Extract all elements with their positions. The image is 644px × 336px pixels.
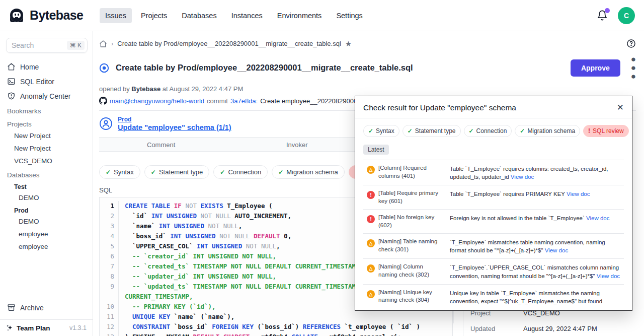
sidebar-item-anomaly-center[interactable]: Anomaly Center	[0, 89, 93, 103]
sidebar-item-sql-editor[interactable]: SQL Editor	[0, 74, 93, 89]
warning-icon: △	[367, 290, 375, 298]
view-doc-link[interactable]: View doc	[511, 174, 534, 180]
latest-tab[interactable]: Latest	[363, 145, 389, 155]
code-text: `id` INT UNSIGNED NOT NULL AUTO_INCREMEN…	[119, 211, 291, 221]
code-text: `name` INT UNSIGNED NOT NULL,	[119, 221, 242, 231]
sidebar-db-item[interactable]: employee	[0, 228, 93, 240]
sidebar-section-bookmarks[interactable]: Bookmarks	[0, 103, 93, 116]
home-icon[interactable]	[99, 40, 107, 48]
notification-badge	[605, 8, 610, 13]
help-button[interactable]	[626, 39, 636, 48]
check-pill-syntax[interactable]: ✓Syntax	[363, 125, 399, 137]
code-text: -- `creator_id` INT UNSIGNED NOT NULL,	[119, 251, 276, 261]
rule-description: `T_Employee` mismatches table naming con…	[443, 238, 624, 254]
check-icon: ✓	[151, 169, 156, 176]
rule-description: Foreign key is not allowed in the table …	[443, 214, 624, 229]
check-pill-label: Connection	[476, 127, 507, 135]
bytebase-app: Bytebase Issues Projects Databases Insta…	[0, 0, 644, 336]
updated-label: Updated	[470, 325, 523, 332]
check-pill-migration-schema[interactable]: ✓Migration schema	[272, 165, 345, 179]
view-doc-link[interactable]: View doc	[545, 247, 568, 253]
line-number: 5	[100, 241, 119, 251]
check-result-row: ![Table] No foreign key (602)Foreign key…	[363, 210, 624, 234]
sidebar-project-item[interactable]: VCS_DEMO	[0, 155, 93, 167]
view-doc-link[interactable]: View doc	[567, 191, 590, 197]
code-text: CURRENT_TIMESTAMP,	[119, 292, 193, 302]
code-line: 13) ENGINE = MYISAM DEFAULT CHARSET = ut…	[100, 332, 452, 336]
sidebar-db-item[interactable]: employee	[0, 240, 93, 253]
check-result-row: △[Naming] Table naming check (301)`T_Emp…	[363, 234, 624, 259]
nav-settings[interactable]: Settings	[331, 8, 368, 23]
approve-button[interactable]: Approve	[571, 59, 620, 77]
line-number: 13	[100, 332, 119, 336]
nav-databases[interactable]: Databases	[176, 8, 222, 23]
sidebar-project-item[interactable]: New Project	[0, 142, 93, 155]
line-number: 2	[100, 211, 119, 221]
sidebar-item-label: Archive	[20, 304, 44, 312]
modal-check-pills: ✓Syntax✓Statement type✓Connection✓Migrat…	[363, 125, 624, 137]
line-number: 4	[100, 231, 119, 241]
check-pill-syntax[interactable]: ✓Syntax	[99, 165, 140, 179]
notification-bell-icon[interactable]	[597, 10, 608, 22]
check-pill-migration-schema[interactable]: ✓Migration schema	[515, 125, 580, 137]
check-pill-connection[interactable]: ✓Connection	[464, 125, 512, 137]
check-pill-label: Connection	[228, 168, 261, 176]
line-number: 8	[100, 272, 119, 282]
rule-description: Table `T_Employee` requires columns: cre…	[443, 164, 624, 181]
stage-task-link[interactable]: Update "employee" schema (1/1)	[118, 123, 231, 131]
sidebar-item-archive[interactable]: Archive	[0, 300, 93, 315]
rule-name: [Table] Require primary key (601)	[378, 189, 443, 205]
kebab-menu-icon[interactable]: ●●●	[631, 55, 636, 81]
nav-instances[interactable]: Instances	[226, 8, 268, 23]
warning-icon: △	[367, 264, 375, 273]
breadcrumb-issue-link[interactable]: Create table by Prod/employee__202208290…	[117, 40, 341, 47]
updated-field: Updated August 29, 2022 4:47 PM	[470, 325, 597, 332]
check-icon: ✓	[520, 127, 525, 135]
close-icon[interactable]: ✕	[617, 103, 624, 112]
sidebar-item-home[interactable]: Home	[0, 59, 93, 74]
code-text: -- PRIMARY KEY (`id`),	[119, 302, 216, 312]
sidebar-section-projects[interactable]: Projects	[0, 116, 93, 129]
terminal-icon	[7, 77, 16, 86]
check-pill-sql-review[interactable]: !SQL review	[583, 125, 629, 137]
check-pill-statement-type[interactable]: ✓Statement type	[144, 165, 210, 179]
sidebar-project-item[interactable]: New Project	[0, 129, 93, 142]
check-icon: ✓	[278, 169, 283, 176]
sidebar-db-item[interactable]: DEMO	[0, 191, 93, 204]
bytebase-logo[interactable]: Bytebase	[8, 7, 94, 24]
nav-projects[interactable]: Projects	[135, 8, 173, 23]
stage-env-link[interactable]: Prod	[118, 116, 231, 123]
check-pill-connection[interactable]: ✓Connection	[213, 165, 268, 179]
sidebar-section-databases[interactable]: Databases	[0, 167, 93, 180]
line-number: 1	[100, 201, 119, 211]
code-text: ) ENGINE = MYISAM DEFAULT CHARSET = utf8…	[119, 332, 401, 336]
rule-name: [Naming] Table naming check (301)	[378, 238, 443, 254]
line-number: 7	[100, 261, 119, 272]
commit-hash-link[interactable]: 3a7e8da:	[230, 97, 258, 105]
line-number: 10	[100, 302, 119, 312]
shield-icon	[7, 92, 16, 100]
error-icon: !	[367, 215, 375, 223]
star-icon[interactable]: ★	[345, 39, 352, 48]
archive-icon	[7, 303, 16, 312]
view-doc-link[interactable]: View doc	[597, 273, 620, 279]
check-result-list: △[Column] Required columns (401)Table `T…	[363, 160, 624, 305]
updated-value: August 29, 2022 4:47 PM	[523, 325, 597, 332]
breadcrumb: › Create table by Prod/employee__2022082…	[99, 39, 636, 48]
user-avatar[interactable]: C	[618, 7, 635, 24]
view-doc-link[interactable]: View doc	[586, 215, 609, 221]
nav-environments[interactable]: Environments	[272, 8, 328, 23]
github-icon	[99, 97, 107, 105]
rule-name: [Naming] Column naming check (302)	[378, 263, 443, 280]
commit-branch-link[interactable]: main@changyuwong/hello-world	[110, 97, 204, 105]
error-icon: !	[367, 191, 375, 199]
sidebar-db-item[interactable]: DEMO	[0, 215, 93, 228]
top-navbar: Bytebase Issues Projects Databases Insta…	[0, 0, 644, 31]
check-pill-statement-type[interactable]: ✓Statement type	[403, 125, 461, 137]
nav-issues[interactable]: Issues	[100, 8, 132, 23]
issue-header: Create table by Prod/employee__202208290…	[99, 55, 636, 81]
plan-label[interactable]: Team Plan	[17, 324, 50, 332]
check-result-row: △[Naming] Unique key naming check (304)U…	[363, 285, 624, 305]
check-result-row: △[Column] Required columns (401)Table `T…	[363, 160, 624, 185]
search-input[interactable]: Search ⌘ K	[6, 38, 88, 53]
